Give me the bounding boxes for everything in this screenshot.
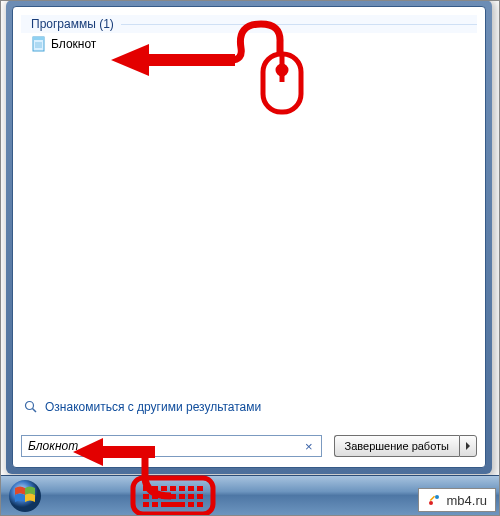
see-more-results-link[interactable]: Ознакомиться с другими результатами (23, 395, 475, 419)
svg-rect-11 (429, 496, 434, 501)
shutdown-button[interactable]: Завершение работы (334, 435, 459, 457)
shutdown-split-button: Завершение работы (334, 435, 477, 457)
start-menu-bottom-row: × Завершение работы (21, 429, 477, 459)
watermark-badge: mb4.ru (418, 488, 496, 512)
svg-point-5 (26, 402, 34, 410)
result-label: Блокнот (51, 37, 96, 51)
result-item-notepad[interactable]: Блокнот (21, 34, 477, 54)
svg-rect-1 (33, 37, 44, 40)
svg-point-10 (435, 495, 439, 499)
results-category-programs: Программы (1) (21, 15, 477, 33)
windows-logo-icon (8, 479, 42, 513)
svg-line-6 (33, 409, 37, 413)
shutdown-menu-arrow[interactable] (459, 435, 477, 457)
search-input[interactable] (26, 438, 301, 454)
chevron-right-icon (464, 442, 472, 450)
notepad-icon (31, 36, 47, 52)
start-menu-results-pane: Программы (1) Блокнот Озн (12, 6, 486, 468)
start-button[interactable] (1, 476, 49, 516)
category-label: Программы (1) (31, 17, 114, 31)
shutdown-label: Завершение работы (345, 440, 449, 452)
search-box[interactable]: × (21, 435, 322, 457)
clear-search-icon[interactable]: × (301, 439, 317, 454)
svg-marker-7 (466, 442, 470, 450)
more-results-label: Ознакомиться с другими результатами (45, 400, 261, 414)
watermark-icon (427, 493, 441, 507)
start-menu-panel: Программы (1) Блокнот Озн (6, 0, 492, 474)
svg-point-9 (429, 501, 433, 505)
search-icon (23, 399, 39, 415)
watermark-text: mb4.ru (447, 493, 487, 508)
